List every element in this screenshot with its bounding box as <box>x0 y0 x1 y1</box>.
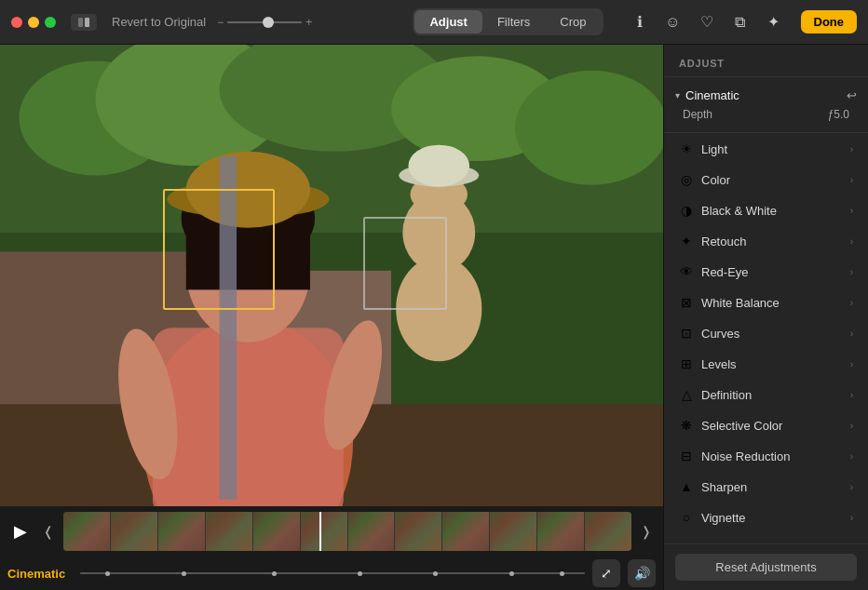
reset-adjustments-button[interactable]: Reset Adjustments <box>675 554 857 581</box>
undo-icon[interactable]: ↩ <box>847 88 857 102</box>
main-content: ▶ ❬ ❭ <box>0 45 868 590</box>
toolbar-right: ℹ ☺ ♡ ⧉ ✦ Done <box>630 10 858 34</box>
tab-crop[interactable]: Crop <box>545 10 601 34</box>
more-button[interactable]: ✦ <box>764 12 784 33</box>
adjust-label: Black & White <box>701 204 843 218</box>
adjust-item-noise[interactable]: ⊟ Noise Reduction › <box>668 441 864 471</box>
done-button[interactable]: Done <box>801 10 858 34</box>
cinematic-header[interactable]: ▾ Cinematic ↩ <box>675 88 857 102</box>
filmstrip[interactable] <box>63 512 631 551</box>
expand-arrow-icon: › <box>850 513 853 523</box>
keyframe-dot <box>433 571 438 576</box>
info-button[interactable]: ℹ <box>630 12 650 33</box>
playhead <box>319 512 321 551</box>
adjust-item-white-balance[interactable]: ⊠ White Balance › <box>668 288 864 317</box>
expand-arrow-icon: › <box>850 144 853 154</box>
expand-arrow-icon: › <box>850 421 853 431</box>
tab-group: Adjust Filters Crop <box>413 8 603 35</box>
film-frame <box>206 512 252 551</box>
play-button[interactable]: ▶ <box>7 518 34 544</box>
film-frame <box>158 512 205 551</box>
timeline-area: ▶ ❬ ❭ <box>0 506 663 590</box>
depth-row: Depth ƒ5.0 <box>675 102 857 125</box>
vignette-icon: ○ <box>679 510 694 525</box>
svg-rect-1 <box>85 18 89 27</box>
adjust-item-vignette[interactable]: ○ Vignette › <box>668 503 864 532</box>
right-panel: ADJUST ▾ Cinematic ↩ Depth ƒ5.0 ☀ <box>663 45 868 590</box>
tab-adjust[interactable]: Adjust <box>414 10 481 34</box>
keyframe-dot <box>272 571 277 576</box>
selective-color-icon: ❋ <box>679 418 694 433</box>
timeline-bar: ▶ ❬ ❭ <box>0 506 663 556</box>
play-icon: ▶ <box>14 521 27 542</box>
volume-icon: 🔊 <box>634 566 650 581</box>
expand-arrow-icon: › <box>850 390 853 400</box>
expand-arrow-icon: › <box>850 359 853 369</box>
brightness-track[interactable] <box>227 21 302 23</box>
keyframe-dot <box>509 571 514 576</box>
sidebar-toggle-button[interactable] <box>71 14 97 31</box>
bw-icon: ◑ <box>679 203 694 218</box>
adjust-item-definition[interactable]: △ Definition › <box>668 380 864 409</box>
adjust-item-light[interactable]: ☀ Light › <box>668 134 864 164</box>
volume-button[interactable]: 🔊 <box>628 559 656 587</box>
film-frame <box>490 512 536 551</box>
brightness-slider[interactable]: − + <box>217 16 312 29</box>
depth-value: ƒ5.0 <box>828 108 849 121</box>
maximize-button[interactable] <box>45 17 56 28</box>
adjust-item-sharpen[interactable]: ▲ Sharpen › <box>668 472 864 502</box>
film-frame <box>537 512 584 551</box>
face-detection-primary <box>163 189 275 310</box>
minimize-button[interactable] <box>28 17 39 28</box>
keyframe-dot <box>358 571 362 576</box>
tab-filters[interactable]: Filters <box>482 10 545 34</box>
cinematic-section: ▾ Cinematic ↩ Depth ƒ5.0 <box>664 81 868 133</box>
adjust-label: White Balance <box>701 296 843 310</box>
expand-arrow-icon: › <box>850 236 853 247</box>
svg-point-8 <box>515 71 663 185</box>
expand-arrow-icon: › <box>850 206 853 216</box>
brightness-thumb[interactable] <box>263 17 274 28</box>
video-frame <box>0 45 663 506</box>
adjust-label: Sharpen <box>701 480 843 494</box>
cinematic-title: ▾ Cinematic <box>675 88 739 102</box>
reset-area: Reset Adjustments <box>664 543 868 590</box>
share-button[interactable]: ⧉ <box>730 12 751 33</box>
film-frame <box>348 512 395 551</box>
window-controls <box>71 14 97 31</box>
titlebar: Revert to Original − + Adjust Filters Cr… <box>0 0 868 45</box>
levels-icon: ⊞ <box>679 356 694 371</box>
svg-point-25 <box>408 145 469 187</box>
heart-button[interactable]: ♡ <box>697 12 717 33</box>
adjust-item-retouch[interactable]: ✦ Retouch › <box>668 226 864 256</box>
fullscreen-button[interactable]: ⤢ <box>592 559 620 587</box>
keyframe-dot <box>105 571 110 576</box>
expand-arrow-icon: › <box>850 175 853 185</box>
close-button[interactable] <box>11 17 22 28</box>
adjust-item-color[interactable]: ◎ Color › <box>668 165 864 194</box>
emoji-button[interactable]: ☺ <box>663 12 684 33</box>
redeye-icon: 👁 <box>679 264 694 279</box>
revert-button[interactable]: Revert to Original <box>112 15 206 29</box>
adjust-label: Light <box>701 142 843 156</box>
expand-arrow-icon: › <box>850 482 853 492</box>
film-frame <box>301 512 347 551</box>
definition-icon: △ <box>679 387 694 402</box>
dot-track[interactable] <box>80 572 585 574</box>
film-frame <box>111 512 157 551</box>
adjust-item-selective-color[interactable]: ❋ Selective Color › <box>668 410 864 440</box>
svg-rect-13 <box>153 328 344 506</box>
chevron-down-icon: ▾ <box>675 90 680 101</box>
adjust-item-bw[interactable]: ◑ Black & White › <box>668 195 864 225</box>
film-frame <box>395 512 441 551</box>
brightness-plus: + <box>305 16 312 29</box>
adjust-item-levels[interactable]: ⊞ Levels › <box>668 349 864 379</box>
white-balance-icon: ⊠ <box>679 295 694 310</box>
adjust-item-redeye[interactable]: 👁 Red-Eye › <box>668 257 864 287</box>
timeline-arrow-left[interactable]: ❬ <box>39 522 58 541</box>
adjust-item-curves[interactable]: ⊡ Curves › <box>668 318 864 348</box>
timeline-arrow-right[interactable]: ❭ <box>637 522 656 541</box>
keyframe-dot <box>560 571 564 576</box>
keyframe-dot <box>182 571 186 576</box>
expand-arrow-icon: › <box>850 298 853 308</box>
